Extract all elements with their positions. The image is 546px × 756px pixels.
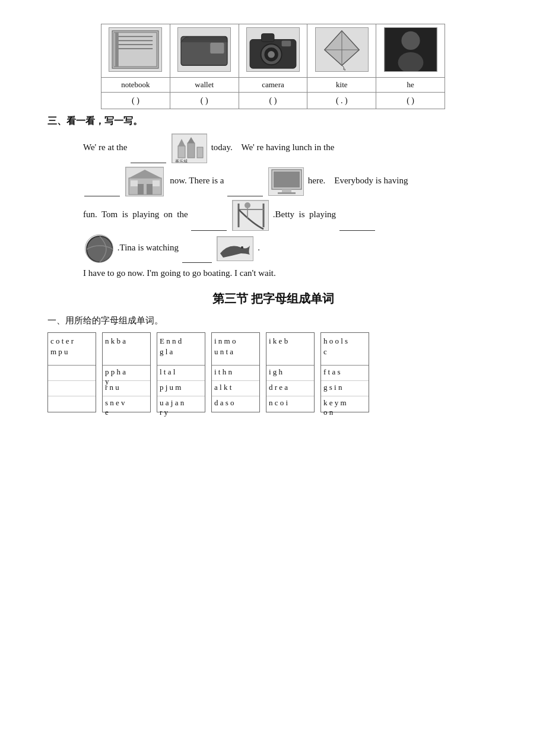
he-img-cell: [376, 24, 445, 78]
section3-heading: 三、看一看，写一写。: [47, 115, 499, 128]
svg-point-43: [245, 202, 250, 208]
grid-col-6-answer-2[interactable]: g s i n: [321, 381, 369, 396]
grid-col-5-answer-3[interactable]: n c o i: [266, 396, 314, 412]
kite-blank: ( . ): [307, 93, 376, 109]
grid-col-5: i k e b i g h d r e a n c o i: [266, 332, 315, 412]
line1-having-lunch: We' re having lunch in the: [241, 142, 334, 152]
notebook-blank: ( ): [101, 93, 170, 109]
camera-blank: ( ): [239, 93, 307, 109]
write-line1: We' re at the 蕃乐城 today. We' re having l…: [83, 134, 499, 163]
svg-rect-33: [131, 180, 138, 186]
final-paragraph: I have to go now. I'm going to go boatin…: [47, 265, 499, 281]
svg-point-45: [87, 236, 113, 262]
grid-col-3-answer-2[interactable]: p j u m: [157, 381, 205, 396]
kite-img-cell: [307, 24, 376, 78]
blank2: [84, 196, 120, 196]
svg-text:蕃乐城: 蕃乐城: [175, 159, 188, 163]
svg-rect-6: [115, 33, 119, 66]
write-section: We' re at the 蕃乐城 today. We' re having l…: [47, 134, 499, 281]
blank4: [191, 230, 227, 231]
grid-col-2-top: n k b a: [103, 333, 150, 366]
grid-col-3-answer-1[interactable]: l t a l: [157, 366, 205, 381]
grid-col-1: c o t e rm p u: [47, 332, 96, 412]
grid-col-6-answer-1[interactable]: f t a s: [321, 366, 369, 381]
slide-image: [232, 200, 269, 231]
grid-col-4-top: i n m ou n t a: [212, 333, 259, 366]
grid-col-1-top: c o t e rm p u: [48, 333, 96, 366]
svg-rect-37: [282, 189, 291, 192]
grid-col-6-answer-3[interactable]: k e y mo n: [321, 396, 369, 412]
svg-rect-13: [262, 34, 274, 42]
line2-now: now. There is a: [168, 176, 224, 185]
line4-tina: .Tina is watching: [118, 243, 179, 252]
grid-col-5-answer-2[interactable]: d r e a: [266, 381, 314, 396]
blank1: [131, 163, 166, 163]
everybody-having: Everybody is having: [334, 176, 408, 185]
notebook-img-cell: [101, 24, 170, 78]
line4-dot: .: [258, 243, 260, 252]
write-line4: .Tina is watching .: [83, 234, 499, 263]
grid-col-2-answer-1[interactable]: p p h ay: [103, 366, 150, 381]
line1-pre: We' re at the: [83, 142, 127, 152]
wallet-img-cell: [170, 24, 239, 78]
svg-rect-32: [147, 184, 153, 195]
kite-label: kite: [307, 78, 376, 93]
svg-point-47: [241, 246, 243, 249]
svg-rect-36: [274, 171, 300, 188]
grid-col-5-answer-1[interactable]: i g h: [266, 366, 314, 381]
chapter-title: 第三节 把字母组成单词: [47, 291, 499, 307]
grid-col-5-top: i k e b: [266, 333, 314, 366]
kite-image: [315, 27, 369, 72]
svg-rect-23: [188, 143, 195, 158]
line3-betty: .Betty is playing: [273, 209, 336, 219]
svg-rect-34: [153, 180, 160, 186]
svg-point-12: [268, 51, 275, 58]
wallet-label: wallet: [170, 78, 239, 93]
line3-fun-tom: fun. Tom is playing on the: [83, 209, 188, 219]
grid-col-6: h o o l sc f t a s g s i n k e y mo n: [320, 332, 369, 412]
svg-rect-38: [278, 192, 296, 194]
wallet-blank: ( ): [170, 93, 239, 109]
blank5: [339, 230, 375, 231]
wallet-image: [177, 27, 231, 72]
grid-col-3-top: E n n dg l a: [157, 333, 205, 366]
grid-col-2-answer-3[interactable]: s n e ve: [103, 396, 150, 412]
grid-col-2-answer-2[interactable]: r n u: [103, 381, 150, 396]
grid-col-2: n k b a p p h ay r n u s n e ve: [102, 332, 151, 412]
notebook-label: notebook: [101, 78, 170, 93]
camera-img-cell: [239, 24, 307, 78]
svg-rect-22: [178, 146, 185, 158]
he-blank: ( ): [376, 93, 445, 109]
grid-col-6-top: h o o l sc: [321, 333, 369, 366]
image-row-section: notebook wallet camera kite he ( ) ( ) (…: [47, 24, 499, 109]
svg-rect-14: [282, 40, 291, 46]
word-grid-section: 一、用所给的字母组成单词。 c o t e rm p u n k b a p p…: [47, 315, 499, 412]
fish-image: [217, 236, 253, 261]
notebook-image: [109, 27, 162, 72]
grid-col-3: E n n dg l a l t a l p j u m u a j a nr …: [157, 332, 205, 412]
blank3: [227, 196, 263, 196]
svg-point-19: [401, 31, 420, 50]
grid-col-4-answer-2[interactable]: a l k t: [212, 381, 259, 396]
final-line: I have to go now. I'm going to go boatin…: [83, 268, 276, 278]
he-image: [384, 27, 437, 72]
amusement-park-image: 蕃乐城: [172, 134, 207, 163]
write-line2: now. There is a here. Everybody is havin…: [83, 167, 499, 196]
grid-instruction: 一、用所给的字母组成单词。: [47, 315, 499, 326]
grid-col-4-answer-1[interactable]: i t h n: [212, 366, 259, 381]
he-label: he: [376, 78, 445, 93]
svg-rect-31: [138, 184, 144, 195]
image-row-table: notebook wallet camera kite he ( ) ( ) (…: [101, 24, 445, 109]
grid-col-1-answer-1[interactable]: [48, 366, 96, 381]
line1-today: today.: [211, 142, 239, 152]
word-grid-container: c o t e rm p u n k b a p p h ay r n u s …: [47, 332, 499, 412]
grid-col-3-answer-3[interactable]: u a j a nr y: [157, 396, 205, 412]
grid-col-1-answer-3[interactable]: [48, 396, 96, 412]
svg-rect-24: [197, 147, 203, 158]
grid-col-1-answer-2[interactable]: [48, 381, 96, 396]
grid-col-4: i n m ou n t a i t h n a l k t d a s o: [211, 332, 260, 412]
grid-col-4-answer-3[interactable]: d a s o: [212, 396, 259, 412]
computer-image: [268, 167, 304, 196]
restaurant-image: [125, 167, 164, 196]
camera-image: [246, 27, 300, 72]
